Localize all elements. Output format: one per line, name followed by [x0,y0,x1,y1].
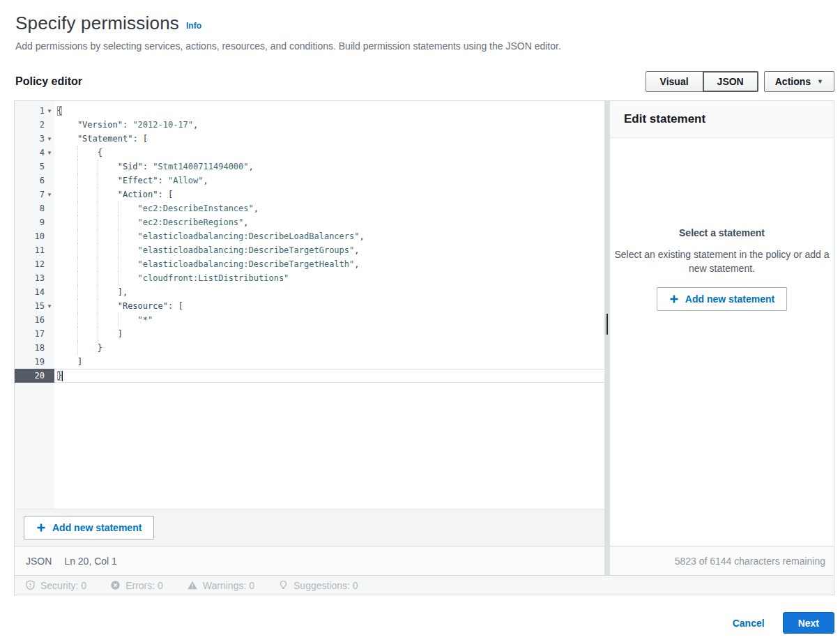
splitter-grip-icon [606,314,608,335]
code-line-content[interactable]: "Statement": [ [54,132,604,146]
add-new-statement-label: Add new statement [685,293,774,305]
line-number[interactable]: 10 [15,229,54,243]
editor-line[interactable]: 12"elasticloadbalancing:DescribeTargetHe… [15,257,604,271]
code-line-content[interactable]: "Resource": [ [54,299,604,313]
line-number[interactable]: 5 [15,160,54,174]
visual-tab-button[interactable]: Visual [646,71,703,92]
characters-remaining: 5823 of 6144 characters remaining [610,546,834,575]
editor-line[interactable]: 10"elasticloadbalancing:DescribeLoadBala… [15,229,604,243]
line-number[interactable]: 2 [15,118,54,132]
json-code-editor[interactable]: 1▾{2"Version": "2012-10-17",3▾"Statement… [15,101,604,509]
line-number[interactable]: 14 [15,285,54,299]
line-number[interactable]: 3▾ [15,132,54,146]
info-link[interactable]: Info [186,21,201,31]
line-number[interactable]: 17 [15,327,54,341]
text-cursor [62,371,63,381]
line-number[interactable]: 8 [15,201,54,215]
warnings-item[interactable]: Warnings: 0 [187,580,254,591]
select-statement-title: Select a statement [610,227,834,238]
editor-line[interactable]: 13"cloudfront:ListDistributions" [15,271,604,285]
code-line-content[interactable]: "Version": "2012-10-17", [54,118,604,132]
errors-item[interactable]: Errors: 0 [110,580,163,591]
editor-line[interactable]: 6"Effect": "Allow", [15,174,604,188]
line-number[interactable]: 19 [15,355,54,369]
add-new-statement-button-panel[interactable]: Add new statement [657,287,787,311]
edit-statement-heading: Edit statement [610,101,834,138]
panel-resize-splitter[interactable] [604,101,610,575]
code-line-content[interactable]: "ec2:DescribeInstances", [54,201,604,215]
editor-line[interactable]: 2"Version": "2012-10-17", [15,118,604,132]
security-findings-item[interactable]: Security: 0 [25,580,86,591]
code-line-content[interactable]: ] [54,355,604,369]
code-line-content[interactable]: } [54,341,604,355]
editor-line[interactable]: 1▾{ [15,104,604,118]
editor-line[interactable]: 3▾"Statement": [ [15,132,604,146]
code-line-content[interactable]: "elasticloadbalancing:DescribeLoadBalanc… [54,229,604,243]
security-count-label: Security: 0 [40,580,86,591]
line-number[interactable]: 15▾ [15,299,54,313]
page-title: Specify permissions [15,13,179,34]
shield-exclamation-icon [25,580,36,590]
actions-dropdown-button[interactable]: Actions ▼ [764,71,834,92]
line-number[interactable]: 12 [15,257,54,271]
editor-line[interactable]: 7▾"Action": [ [15,188,604,201]
line-number[interactable]: 6 [15,174,54,188]
line-number[interactable]: 20 [15,369,54,383]
code-line-content[interactable]: "cloudfront:ListDistributions" [54,271,604,285]
warnings-count-label: Warnings: 0 [203,580,254,591]
json-editor-column: 1▾{2"Version": "2012-10-17",3▾"Statement… [15,101,604,575]
lightbulb-icon [278,580,289,590]
editor-lines: 1▾{2"Version": "2012-10-17",3▾"Statement… [15,101,604,383]
code-line-content[interactable]: "Action": [ [54,188,604,201]
line-number[interactable]: 13 [15,271,54,285]
editor-line[interactable]: 19] [15,355,604,369]
editor-line[interactable]: 5"Sid": "Stmt1400711494000", [15,160,604,174]
code-line-content[interactable]: "elasticloadbalancing:DescribeTargetGrou… [54,243,604,257]
cursor-position-label: Ln 20, Col 1 [64,556,117,567]
editor-line[interactable]: 16"*" [15,313,604,327]
editor-line[interactable]: 15▾"Resource": [ [15,299,604,313]
policy-editor-toolbar: Policy editor Visual JSON Actions ▼ [0,52,840,100]
editor-line[interactable]: 20} [15,369,604,383]
editor-line[interactable]: 17] [15,327,604,341]
code-line-content[interactable]: { [54,104,604,118]
warning-triangle-icon [187,580,198,590]
editor-line[interactable]: 9"ec2:DescribeRegions", [15,215,604,229]
suggestions-item[interactable]: Suggestions: 0 [278,580,358,591]
line-number[interactable]: 18 [15,341,54,355]
line-number[interactable]: 16 [15,313,54,327]
editor-footer-band: Add new statement [15,509,604,546]
code-line-content[interactable]: "Effect": "Allow", [54,174,604,188]
chevron-down-icon: ▼ [817,79,823,85]
fold-toggle-icon[interactable]: ▾ [45,188,54,201]
line-number[interactable]: 11 [15,243,54,257]
editor-line[interactable]: 11"elasticloadbalancing:DescribeTargetGr… [15,243,604,257]
code-line-content[interactable]: { [54,146,604,160]
cancel-button[interactable]: Cancel [733,618,765,629]
editor-line[interactable]: 14], [15,285,604,299]
edit-statement-panel: Edit statement Select a statement Select… [610,101,834,575]
code-line-content[interactable]: } [54,369,604,383]
fold-toggle-icon[interactable]: ▾ [45,132,54,146]
editor-line[interactable]: 8"ec2:DescribeInstances", [15,201,604,215]
policy-editor-heading: Policy editor [15,75,82,88]
editor-line[interactable]: 4▾{ [15,146,604,160]
json-tab-button[interactable]: JSON [703,71,758,92]
editor-status-bar: JSON Ln 20, Col 1 [15,546,604,575]
line-number[interactable]: 7▾ [15,188,54,201]
line-number[interactable]: 9 [15,215,54,229]
code-line-content[interactable]: ] [54,327,604,341]
fold-toggle-icon[interactable]: ▾ [45,146,54,160]
fold-toggle-icon[interactable]: ▾ [45,299,54,313]
code-line-content[interactable]: "ec2:DescribeRegions", [54,215,604,229]
line-number[interactable]: 4▾ [15,146,54,160]
editor-line[interactable]: 18} [15,341,604,355]
line-number[interactable]: 1▾ [15,104,54,118]
code-line-content[interactable]: "Sid": "Stmt1400711494000", [54,160,604,174]
code-line-content[interactable]: "elasticloadbalancing:DescribeTargetHeal… [54,257,604,271]
add-new-statement-button[interactable]: Add new statement [24,516,154,540]
next-button[interactable]: Next [783,612,834,634]
fold-toggle-icon[interactable]: ▾ [45,104,54,118]
code-line-content[interactable]: "*" [54,313,604,327]
code-line-content[interactable]: ], [54,285,604,299]
